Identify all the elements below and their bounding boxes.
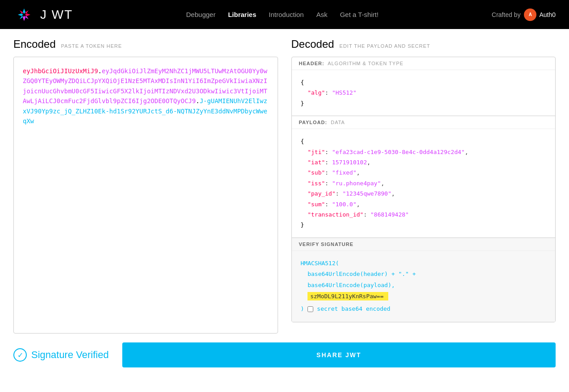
encoded-title-row: Encoded PASTE A TOKEN HERE	[13, 38, 278, 50]
payload-section-label: PAYLOAD: DATA	[292, 116, 556, 129]
logo-text: J WT	[40, 8, 73, 22]
verify-secret-input[interactable]	[307, 292, 388, 300]
base64-encoded-checkbox[interactable]	[307, 306, 313, 312]
nav-introduction[interactable]: Introduction	[269, 11, 303, 18]
encoded-column: Encoded PASTE A TOKEN HERE eyJhbGciOiJIU…	[13, 38, 278, 334]
verify-content: HMACSHA512( base64UrlEncode(header) + ".…	[292, 251, 556, 322]
header-section-label: HEADER: ALGORITHM & TOKEN TYPE	[292, 57, 556, 70]
payload-json[interactable]: { "jti": "efa23cad-c1e9-5030-8e4c-0dd4a1…	[292, 129, 556, 238]
check-icon: ✓	[13, 348, 27, 362]
crafted-by-area: Crafted by A Auth0	[492, 8, 556, 21]
auth0-label: Auth0	[539, 11, 556, 18]
encoded-token-box[interactable]: eyJhbGciOiJIUzUxMiJ9.eyJqdGkiOiJlZmEyM2N…	[13, 57, 278, 334]
verify-line1: HMACSHA512(	[301, 260, 339, 267]
decoded-subtitle: EDIT THE PAYLOAD AND SECRET	[340, 43, 430, 49]
verify-close-paren: )	[301, 304, 304, 315]
encoded-heading: Encoded	[13, 38, 56, 50]
decoded-box: HEADER: ALGORITHM & TOKEN TYPE { "alg": …	[291, 57, 556, 322]
signature-verified-text: Signature Verified	[31, 349, 109, 361]
base64-label: secret base64 encoded	[317, 304, 390, 315]
verify-section: VERIFY SIGNATURE HMACSHA512( base64UrlEn…	[292, 238, 556, 322]
decoded-heading: Decoded	[291, 38, 334, 50]
header-section: HEADER: ALGORITHM & TOKEN TYPE { "alg": …	[292, 57, 556, 116]
bottom-row: ✓ Signature Verified SHARE JWT	[13, 342, 556, 367]
header-json[interactable]: { "alg": "HS512" }	[292, 70, 556, 116]
auth0-logo-icon: A	[524, 8, 536, 21]
jwt-logo-icon	[13, 4, 35, 25]
nav-ask[interactable]: Ask	[316, 11, 328, 18]
decoded-title-row: Decoded EDIT THE PAYLOAD AND SECRET	[291, 38, 556, 50]
signature-verified-area: ✓ Signature Verified	[13, 348, 109, 362]
payload-section: PAYLOAD: DATA { "jti": "efa23cad-c1e9-50…	[292, 116, 556, 238]
verify-line3: base64UrlEncode(payload),	[307, 282, 395, 288]
main-content: Encoded PASTE A TOKEN HERE eyJhbGciOiJIU…	[0, 29, 569, 381]
auth0-badge: A Auth0	[524, 8, 556, 21]
logo-area: J WT	[13, 4, 73, 25]
share-jwt-button[interactable]: SHARE JWT	[122, 342, 556, 367]
header-sublabel: ALGORITHM & TOKEN TYPE	[328, 61, 403, 66]
decoded-column: Decoded EDIT THE PAYLOAD AND SECRET HEAD…	[291, 38, 556, 334]
nav-tshirt[interactable]: Get a T-shirt!	[340, 11, 378, 18]
header-label-text: HEADER:	[299, 61, 324, 66]
token-part1: eyJhbGciOiJIUzUxMiJ9	[23, 67, 98, 75]
token-dot2: .	[196, 97, 199, 104]
two-columns: Encoded PASTE A TOKEN HERE eyJhbGciOiJIU…	[13, 38, 556, 334]
payload-label-text: PAYLOAD:	[299, 120, 328, 125]
main-nav: Debugger Libraries Introduction Ask Get …	[186, 11, 378, 18]
verify-line2: base64UrlEncode(header) + "." +	[307, 271, 416, 277]
nav-debugger[interactable]: Debugger	[186, 11, 216, 18]
nav-libraries[interactable]: Libraries	[228, 11, 256, 18]
token-dot1: .	[98, 67, 102, 75]
encoded-subtitle: PASTE A TOKEN HERE	[61, 43, 122, 49]
verify-section-label: VERIFY SIGNATURE	[292, 238, 556, 251]
app-header: J WT Debugger Libraries Introduction Ask…	[0, 0, 569, 29]
verify-label-text: VERIFY SIGNATURE	[299, 242, 354, 247]
crafted-by-text: Crafted by	[492, 11, 521, 18]
payload-sublabel: DATA	[331, 120, 345, 125]
verify-footer: ) secret base64 encoded	[301, 304, 547, 315]
